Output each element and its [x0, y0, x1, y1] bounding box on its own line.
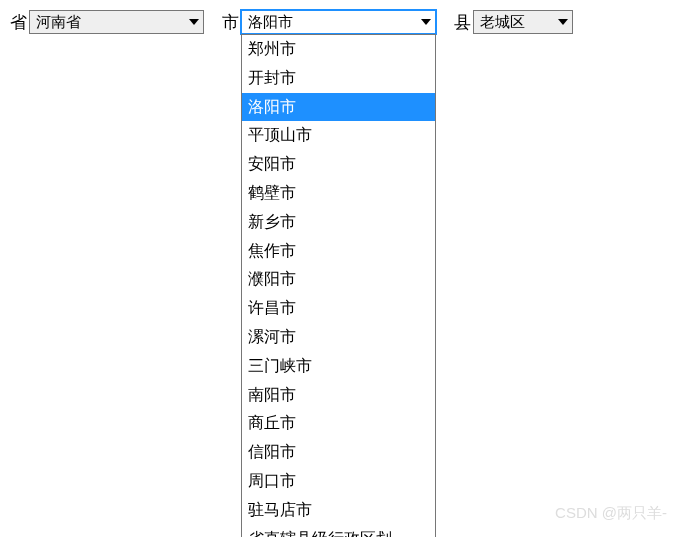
- county-label: 县: [454, 11, 471, 34]
- city-dropdown-option[interactable]: 商丘市: [242, 409, 435, 438]
- county-select-wrap: 老城区: [473, 10, 573, 34]
- city-dropdown-option[interactable]: 濮阳市: [242, 265, 435, 294]
- city-dropdown-option[interactable]: 三门峡市: [242, 352, 435, 381]
- city-dropdown-option[interactable]: 焦作市: [242, 237, 435, 266]
- county-group: 县 老城区: [454, 10, 573, 34]
- city-dropdown-option[interactable]: 南阳市: [242, 381, 435, 410]
- city-dropdown-option[interactable]: 省直辖县级行政区划: [242, 525, 435, 537]
- county-select[interactable]: 老城区: [473, 10, 573, 34]
- city-dropdown-option[interactable]: 安阳市: [242, 150, 435, 179]
- county-select-value: 老城区: [480, 13, 525, 32]
- province-select-value: 河南省: [36, 13, 81, 32]
- city-dropdown-option[interactable]: 洛阳市: [242, 93, 435, 122]
- province-group: 省 河南省: [10, 10, 204, 34]
- city-select-wrap: 洛阳市 郑州市开封市洛阳市平顶山市安阳市鹤壁市新乡市焦作市濮阳市许昌市漯河市三门…: [241, 10, 436, 34]
- city-dropdown-option[interactable]: 许昌市: [242, 294, 435, 323]
- province-label: 省: [10, 11, 27, 34]
- province-select[interactable]: 河南省: [29, 10, 204, 34]
- city-dropdown-option[interactable]: 驻马店市: [242, 496, 435, 525]
- city-label: 市: [222, 11, 239, 34]
- region-picker-row: 省 河南省 市 洛阳市 郑州市开封市洛阳市平顶山市安阳市鹤壁市新乡市焦作市濮阳市…: [10, 10, 673, 34]
- city-dropdown-option[interactable]: 平顶山市: [242, 121, 435, 150]
- city-group: 市 洛阳市 郑州市开封市洛阳市平顶山市安阳市鹤壁市新乡市焦作市濮阳市许昌市漯河市…: [222, 10, 436, 34]
- chevron-down-icon: [189, 19, 199, 25]
- city-select-value: 洛阳市: [248, 13, 293, 32]
- city-dropdown-option[interactable]: 漯河市: [242, 323, 435, 352]
- city-dropdown-option[interactable]: 开封市: [242, 64, 435, 93]
- watermark: CSDN @两只羊-: [555, 504, 667, 523]
- city-dropdown-option[interactable]: 信阳市: [242, 438, 435, 467]
- city-dropdown-option[interactable]: 新乡市: [242, 208, 435, 237]
- city-dropdown: 郑州市开封市洛阳市平顶山市安阳市鹤壁市新乡市焦作市濮阳市许昌市漯河市三门峡市南阳…: [241, 34, 436, 537]
- province-select-wrap: 河南省: [29, 10, 204, 34]
- city-dropdown-option[interactable]: 鹤壁市: [242, 179, 435, 208]
- city-dropdown-option[interactable]: 郑州市: [242, 35, 435, 64]
- chevron-down-icon: [421, 19, 431, 25]
- chevron-down-icon: [558, 19, 568, 25]
- city-select[interactable]: 洛阳市: [241, 10, 436, 34]
- city-dropdown-option[interactable]: 周口市: [242, 467, 435, 496]
